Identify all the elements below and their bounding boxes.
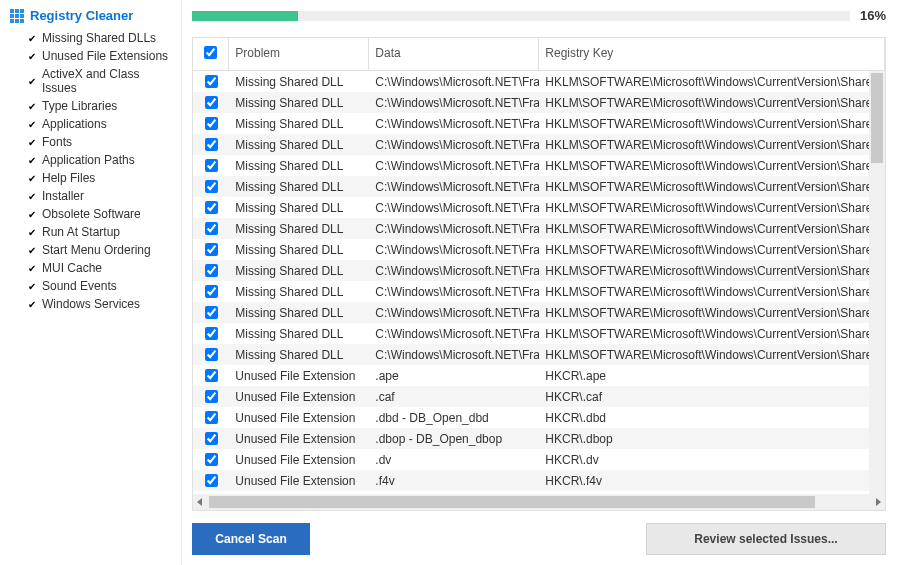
row-checkbox[interactable]	[205, 159, 218, 172]
cell-problem: Missing Shared DLL	[229, 117, 369, 131]
row-checkbox[interactable]	[205, 264, 218, 277]
vertical-scrollbar[interactable]	[869, 71, 885, 494]
cell-registry-key: HKCR\.dv	[539, 453, 885, 467]
table-row[interactable]: Unused File Extension.f4vHKCR\.f4v	[193, 470, 885, 491]
sidebar-item[interactable]: ✔Type Libraries	[10, 97, 171, 115]
table-row[interactable]: Unused File Extension.apeHKCR\.ape	[193, 365, 885, 386]
sidebar-item[interactable]: ✔Application Paths	[10, 151, 171, 169]
table-row[interactable]: Missing Shared DLLC:\Windows\Microsoft.N…	[193, 218, 885, 239]
sidebar-item[interactable]: ✔Help Files	[10, 169, 171, 187]
table-row[interactable]: Missing Shared DLLC:\Windows\Microsoft.N…	[193, 197, 885, 218]
row-checkbox[interactable]	[205, 138, 218, 151]
sidebar-item-label: Application Paths	[42, 153, 135, 167]
sidebar-item-label: Start Menu Ordering	[42, 243, 151, 257]
horizontal-scrollbar[interactable]	[193, 494, 885, 510]
header-data[interactable]: Data	[369, 38, 539, 70]
sidebar-item-label: Installer	[42, 189, 84, 203]
table-row[interactable]: Unused File Extension.dvHKCR\.dv	[193, 449, 885, 470]
row-checkbox[interactable]	[205, 327, 218, 340]
check-icon: ✔	[28, 137, 36, 148]
sidebar-item[interactable]: ✔Obsolete Software	[10, 205, 171, 223]
row-checkbox[interactable]	[205, 411, 218, 424]
cell-registry-key: HKLM\SOFTWARE\Microsoft\Windows\CurrentV…	[539, 264, 885, 278]
table-row[interactable]: Missing Shared DLLC:\Windows\Microsoft.N…	[193, 134, 885, 155]
table-row[interactable]: Missing Shared DLLC:\Windows\Microsoft.N…	[193, 281, 885, 302]
check-icon: ✔	[28, 281, 36, 292]
header-registry-key[interactable]: Registry Key	[539, 38, 885, 70]
sidebar-item-label: Run At Startup	[42, 225, 120, 239]
sidebar-item[interactable]: ✔Applications	[10, 115, 171, 133]
table-row[interactable]: Missing Shared DLLC:\Windows\Microsoft.N…	[193, 344, 885, 365]
row-checkbox[interactable]	[205, 243, 218, 256]
cell-data: .dv	[369, 453, 539, 467]
row-checkbox[interactable]	[205, 348, 218, 361]
check-icon: ✔	[28, 51, 36, 62]
cell-registry-key: HKLM\SOFTWARE\Microsoft\Windows\CurrentV…	[539, 180, 885, 194]
check-icon: ✔	[28, 263, 36, 274]
sidebar-item[interactable]: ✔Start Menu Ordering	[10, 241, 171, 259]
table-row[interactable]: Unused File Extension.dbop - DB_Open_dbo…	[193, 428, 885, 449]
row-checkbox[interactable]	[205, 369, 218, 382]
row-checkbox[interactable]	[205, 306, 218, 319]
sidebar-item[interactable]: ✔Unused File Extensions	[10, 47, 171, 65]
cell-problem: Missing Shared DLL	[229, 348, 369, 362]
table-row[interactable]: Unused File Extension.cafHKCR\.caf	[193, 386, 885, 407]
row-checkbox[interactable]	[205, 390, 218, 403]
row-checkbox[interactable]	[205, 75, 218, 88]
progress-fill	[192, 11, 297, 21]
cell-problem: Missing Shared DLL	[229, 180, 369, 194]
row-checkbox[interactable]	[205, 201, 218, 214]
table-row[interactable]: Missing Shared DLLC:\Windows\Microsoft.N…	[193, 71, 885, 92]
table-row[interactable]: Missing Shared DLLC:\Windows\Microsoft.N…	[193, 323, 885, 344]
cell-data: C:\Windows\Microsoft.NET\Fra...	[369, 306, 539, 320]
table-row[interactable]: Missing Shared DLLC:\Windows\Microsoft.N…	[193, 176, 885, 197]
sidebar-item[interactable]: ✔Run At Startup	[10, 223, 171, 241]
row-checkbox[interactable]	[205, 474, 218, 487]
cell-data: C:\Windows\Microsoft.NET\Fra...	[369, 117, 539, 131]
vertical-scrollbar-thumb[interactable]	[871, 73, 883, 163]
table-row[interactable]: Missing Shared DLLC:\Windows\Microsoft.N…	[193, 92, 885, 113]
cell-data: C:\Windows\Microsoft.NET\Fra...	[369, 96, 539, 110]
sidebar-item[interactable]: ✔Windows Services	[10, 295, 171, 313]
row-checkbox[interactable]	[205, 180, 218, 193]
sidebar-item[interactable]: ✔Fonts	[10, 133, 171, 151]
sidebar-title[interactable]: Registry Cleaner	[10, 8, 171, 23]
cell-registry-key: HKLM\SOFTWARE\Microsoft\Windows\CurrentV…	[539, 306, 885, 320]
progress-bar	[192, 11, 850, 21]
header-problem[interactable]: Problem	[229, 38, 369, 70]
row-checkbox[interactable]	[205, 96, 218, 109]
table-row[interactable]: Missing Shared DLLC:\Windows\Microsoft.N…	[193, 239, 885, 260]
cancel-scan-button[interactable]: Cancel Scan	[192, 523, 309, 555]
cell-problem: Unused File Extension	[229, 453, 369, 467]
sidebar-item[interactable]: ✔Sound Events	[10, 277, 171, 295]
sidebar-item[interactable]: ✔ActiveX and Class Issues	[10, 65, 171, 97]
header-checkbox-cell[interactable]	[193, 38, 229, 70]
row-checkbox[interactable]	[205, 222, 218, 235]
progress-row: 16%	[192, 8, 886, 23]
table-row[interactable]: Missing Shared DLLC:\Windows\Microsoft.N…	[193, 260, 885, 281]
row-checkbox[interactable]	[205, 453, 218, 466]
check-icon: ✔	[28, 191, 36, 202]
sidebar-item[interactable]: ✔MUI Cache	[10, 259, 171, 277]
row-checkbox[interactable]	[205, 285, 218, 298]
table-row[interactable]: Missing Shared DLLC:\Windows\Microsoft.N…	[193, 302, 885, 323]
table-row[interactable]: Missing Shared DLLC:\Windows\Microsoft.N…	[193, 113, 885, 134]
review-issues-button[interactable]: Review selected Issues...	[646, 523, 886, 555]
cell-registry-key: HKCR\.dbd	[539, 411, 885, 425]
check-icon: ✔	[28, 155, 36, 166]
select-all-checkbox[interactable]	[204, 46, 217, 59]
sidebar-item-label: Unused File Extensions	[42, 49, 168, 63]
horizontal-scrollbar-thumb[interactable]	[209, 496, 815, 508]
cell-data: C:\Windows\Microsoft.NET\Fra...	[369, 75, 539, 89]
row-checkbox[interactable]	[205, 117, 218, 130]
cell-registry-key: HKLM\SOFTWARE\Microsoft\Windows\CurrentV…	[539, 327, 885, 341]
sidebar-item[interactable]: ✔Missing Shared DLLs	[10, 29, 171, 47]
table-row[interactable]: Missing Shared DLLC:\Windows\Microsoft.N…	[193, 155, 885, 176]
row-checkbox[interactable]	[205, 432, 218, 445]
table-row[interactable]: Unused File Extension.dbd - DB_Open_dbdH…	[193, 407, 885, 428]
cell-problem: Missing Shared DLL	[229, 75, 369, 89]
cell-registry-key: HKLM\SOFTWARE\Microsoft\Windows\CurrentV…	[539, 285, 885, 299]
registry-cleaner-icon	[10, 9, 24, 23]
sidebar-item[interactable]: ✔Installer	[10, 187, 171, 205]
cell-data: C:\Windows\Microsoft.NET\Fra...	[369, 222, 539, 236]
